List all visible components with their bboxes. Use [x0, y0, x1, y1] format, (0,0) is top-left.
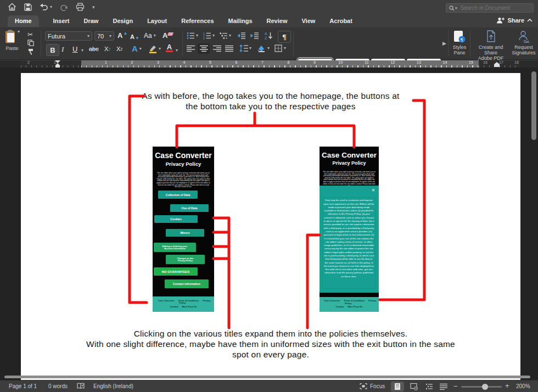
show-paragraph-marks-button[interactable]: ¶ [278, 31, 291, 43]
underline-dropdown-icon[interactable]: ▾ [81, 48, 83, 53]
language-indicator[interactable]: English (Ireland) [93, 383, 133, 389]
tab-design[interactable]: Design [113, 15, 133, 26]
mockup-right-footer: Case ConverterTerms & ConditionsPrivacy … [320, 297, 379, 312]
print-layout-view-button[interactable] [391, 382, 404, 391]
increase-indent-button[interactable] [250, 32, 259, 40]
document-area[interactable]: As with before, the logo takes you to th… [0, 68, 538, 380]
bold-button[interactable]: B [46, 44, 59, 56]
annotation-top-line1: As with before, the logo takes you to th… [21, 91, 520, 101]
zoom-in-button[interactable]: + [505, 382, 509, 390]
font-size-select[interactable]: 70▾ [94, 31, 114, 41]
numbering-button[interactable]: 123▾ [203, 32, 215, 40]
quick-access-more-icon[interactable]: ▾ [92, 5, 95, 9]
decrease-indent-button[interactable] [237, 32, 246, 40]
cut-icon[interactable]: ✂ [27, 31, 33, 38]
mockup-button-contact-information: Contact information [165, 279, 209, 288]
mockup-left-title: Case Converter [153, 151, 214, 160]
document-page[interactable]: As with before, the logo takes you to th… [21, 73, 520, 380]
highlight-button[interactable]: ▾ [148, 44, 161, 53]
mockup-button-no-guarantees: NO GUARANTEES [154, 267, 198, 276]
indent-marker-left[interactable] [55, 60, 60, 68]
tab-home[interactable]: Home [8, 15, 39, 27]
zoom-slider-thumb[interactable] [482, 384, 488, 390]
bullets-button[interactable]: ▾ [187, 32, 198, 40]
search-input[interactable] [459, 4, 525, 12]
font-color-dropdown-icon[interactable]: ▾ [176, 48, 178, 53]
styles-pane-button[interactable]: ¶ Styles Pane [451, 30, 468, 55]
align-right-button[interactable] [213, 45, 221, 52]
mockup-button-changes: Changes to this Privacy Policy [166, 255, 205, 264]
annotation-bottom-line3: spot on every page. [21, 350, 520, 360]
tab-view[interactable]: View [301, 15, 315, 26]
search-box[interactable]: ▾ [446, 3, 534, 13]
footer-link: Contact [170, 306, 178, 309]
line-spacing-button[interactable]: ▾ [239, 44, 251, 52]
create-share-pdf-button[interactable]: Create and Share Adobe PDF [473, 30, 508, 61]
tab-references[interactable]: References [181, 15, 214, 26]
outline-view-button[interactable] [423, 382, 436, 391]
vertical-scrollbar-thumb[interactable] [531, 71, 536, 140]
mockup-expanded-panel: ✕ Data may be used to customize and impr… [320, 186, 379, 293]
change-case-button[interactable]: Aa▾ [144, 32, 156, 40]
web-layout-view-button[interactable] [407, 382, 421, 391]
clear-formatting-button[interactable]: A [162, 31, 173, 40]
shrink-font-button[interactable]: A▼ [130, 32, 139, 41]
word-count[interactable]: 0 words [48, 383, 68, 389]
zoom-level[interactable]: 200% [516, 383, 530, 389]
format-painter-icon[interactable] [27, 48, 34, 55]
grow-font-button[interactable]: A▲ [117, 31, 127, 40]
italic-button[interactable]: I [61, 45, 64, 54]
subscript-button[interactable]: X2 [104, 46, 110, 52]
sort-button[interactable]: AZ [265, 31, 273, 40]
search-icon: ▾ [449, 5, 457, 11]
shading-button[interactable]: ▾ [257, 44, 270, 52]
tab-review[interactable]: Review [267, 15, 288, 26]
draft-view-button[interactable] [437, 382, 450, 391]
justify-button[interactable] [225, 45, 233, 52]
person-add-icon [496, 17, 505, 24]
tab-layout[interactable]: Layout [147, 15, 167, 26]
align-left-button[interactable] [187, 45, 195, 52]
undo-icon[interactable] [40, 3, 48, 11]
mockup-left-subtitle: Privacy Policy [153, 161, 214, 167]
mockup-right-subtitle: Privacy Policy [320, 160, 379, 166]
superscript-button[interactable]: X2 [116, 46, 122, 52]
page-indicator[interactable]: Page 1 of 1 [9, 383, 37, 389]
undo-dropdown-icon[interactable]: ▾ [50, 5, 52, 9]
svg-text:¶: ¶ [461, 37, 463, 42]
tab-draw[interactable]: Draw [84, 15, 99, 26]
styles-gallery-more-icon[interactable]: ▶ [442, 41, 446, 46]
copy-icon[interactable] [27, 40, 34, 46]
tab-acrobat[interactable]: Acrobat [329, 15, 352, 26]
zoom-out-button[interactable]: − [453, 382, 458, 390]
align-center-button[interactable] [198, 43, 210, 54]
mockup-button-cookies: Cookies [154, 215, 198, 223]
mockup-button-minors: Minors [166, 229, 204, 237]
chevron-up-icon[interactable] [527, 19, 533, 22]
save-icon[interactable] [24, 3, 32, 11]
strikethrough-button[interactable]: abc [89, 46, 99, 52]
borders-button[interactable]: ▾ [274, 44, 286, 52]
request-signatures-button[interactable]: Request Signatures [511, 30, 537, 55]
text-effects-button[interactable]: A▾ [132, 44, 142, 53]
print-icon[interactable] [76, 3, 85, 11]
annotation-bottom-line1: Clicking on the various titles expand th… [21, 329, 520, 339]
horizontal-scrollbar-thumb[interactable] [4, 376, 530, 378]
multilevel-list-button[interactable]: ▾ [220, 32, 231, 40]
underline-button[interactable]: U [72, 45, 77, 53]
focus-button[interactable]: Focus [370, 383, 385, 389]
paste-button[interactable]: ▾ Paste [4, 30, 20, 51]
ribbon: ▾ Paste ✂ Futura▾ 70▾ A▲ A▼ Aa▾ A B I U … [0, 27, 538, 60]
font-name-select[interactable]: Futura▾ [45, 31, 92, 41]
proofing-icon[interactable] [77, 383, 85, 389]
ruler: 2 1 123456789101112131415 16 17 18 [0, 60, 538, 68]
svg-text:Z: Z [265, 36, 267, 40]
tab-insert[interactable]: Insert [53, 15, 70, 26]
mockup-left-intro: The site editor takes your right to priv… [156, 172, 210, 187]
zoom-slider[interactable] [461, 386, 502, 388]
font-color-button[interactable]: A [166, 44, 173, 52]
tab-mailings[interactable]: Mailings [228, 15, 253, 26]
share-button[interactable]: Share [496, 17, 533, 24]
home-icon[interactable] [8, 3, 16, 11]
redo-icon[interactable] [60, 3, 68, 11]
